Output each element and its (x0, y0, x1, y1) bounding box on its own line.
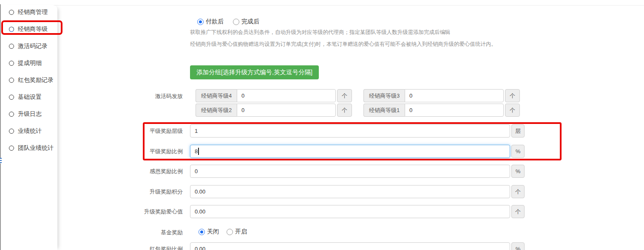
circle-icon (9, 27, 14, 32)
circle-icon (9, 112, 14, 117)
upgrade-timing-radio-group: 付款后 完成后 (197, 18, 259, 25)
radio-unselected-icon (233, 19, 239, 25)
radio-label: 付款后 (206, 18, 224, 25)
peer-ratio-input-wrap (190, 145, 510, 158)
sidebar-item-label: 激活码记录 (18, 42, 48, 50)
radio-after-completion[interactable]: 完成后 (233, 18, 259, 25)
activation-level3-input[interactable] (405, 89, 504, 102)
unit-addon-ge: 个 (337, 104, 352, 117)
sidebar-item-label: 升级日志 (18, 110, 42, 118)
thanks-ratio-input[interactable] (190, 165, 510, 178)
peer-level-input[interactable] (190, 124, 510, 138)
redpacket-ratio-input[interactable] (190, 242, 510, 250)
sidebar-item-team-performance-stats[interactable]: 团队业绩统计 (1, 140, 57, 157)
circle-icon (9, 78, 14, 83)
sidebar-item-performance-stats[interactable]: 业绩统计 (1, 123, 57, 140)
unit-addon-ceng: 层 (511, 124, 525, 138)
circle-icon (9, 95, 14, 100)
radio-unselected-icon (227, 229, 233, 235)
fund-reward-radio-group: 关闭 开启 (199, 228, 247, 236)
field-label-peer-level: 平级奖励层级 (85, 127, 183, 135)
upgrade-points-input[interactable] (190, 185, 510, 198)
upgrade-help-line-2: 经销商升级与爱心值购物赠送均设置为订单完成(支付)时，本笔订单赠送的爱心值有可能… (190, 41, 496, 48)
upgrade-help-line-1: 获取推广下线权利的会员达到条件，自动升级为对应等级的代理商；指定某团队等级人数升… (190, 29, 451, 36)
unit-addon-percent: % (511, 145, 525, 158)
field-label-peer-ratio: 平级奖励比例 (85, 148, 183, 155)
input-prefix-level2: 经销商等级2 (196, 104, 237, 117)
input-prefix-level4: 经销商等级4 (196, 89, 237, 102)
radio-label: 开启 (235, 228, 247, 236)
radio-label: 完成后 (241, 18, 259, 25)
input-prefix-level1: 经销商等级1 (363, 104, 405, 117)
unit-addon-ge: 个 (505, 104, 520, 117)
sidebar-item-redpacket-reward-records[interactable]: 红包奖励记录 (1, 72, 57, 89)
activation-group-level3: 经销商等级3 (363, 89, 504, 102)
sidebar-item-commission-detail[interactable]: 提成明细 (1, 55, 57, 72)
activation-level1-input[interactable] (405, 104, 504, 117)
unit-addon-percent: % (511, 242, 525, 250)
sidebar-item-basic-settings[interactable]: 基础设置 (1, 89, 57, 106)
activation-group-level1: 经销商等级1 (363, 104, 504, 117)
circle-icon (9, 44, 14, 49)
circle-icon (9, 146, 14, 151)
input-prefix-level3: 经销商等级3 (363, 89, 405, 102)
activation-level4-input[interactable] (237, 89, 336, 102)
sidebar-item-label: 经销商等级 (18, 25, 48, 33)
activation-group-level4: 经销商等级4 (196, 89, 336, 102)
sidebar-item-activation-code-records[interactable]: 激活码记录 (1, 38, 57, 55)
sidebar-item-label: 经销商管理 (18, 8, 48, 16)
field-label-upgrade-love: 升级奖励爱心值 (85, 208, 183, 216)
sidebar-item-dealer-management[interactable]: 经销商管理 (1, 4, 57, 21)
unit-addon-ge: 个 (511, 185, 525, 198)
radio-fund-off[interactable]: 关闭 (199, 228, 219, 236)
radio-selected-icon (197, 19, 204, 25)
add-group-button[interactable]: 添加分组[选择升级方式编号,英文逗号分隔] (190, 65, 319, 79)
radio-fund-on[interactable]: 开启 (227, 228, 247, 236)
field-label-thanks-ratio: 感恩奖励比例 (85, 168, 183, 175)
field-label-fund-reward: 基金奖励 (85, 229, 183, 236)
text-caret (198, 148, 199, 155)
peer-ratio-input[interactable] (190, 145, 510, 158)
circle-icon (9, 61, 14, 66)
activation-group-level2: 经销商等级2 (196, 104, 336, 117)
radio-label: 关闭 (207, 228, 219, 236)
sidebar-item-label: 团队业绩统计 (18, 144, 54, 152)
unit-addon-percent: % (511, 165, 525, 178)
sidebar-item-label: 提成明细 (18, 59, 42, 67)
radio-selected-icon (199, 229, 205, 235)
sidebar-menu: 经销商管理 经销商等级 激活码记录 提成明细 红包奖励记录 基础设置 (1, 4, 57, 157)
field-label-activation-codes: 激活码发放 (85, 93, 183, 100)
content-top-divider (48, 5, 644, 6)
sidebar-item-label: 基础设置 (18, 93, 42, 101)
radio-after-payment[interactable]: 付款后 (197, 18, 224, 25)
sidebar-item-label: 业绩统计 (18, 127, 42, 135)
field-label-upgrade-points: 升级奖励积分 (85, 188, 183, 196)
field-label-redpacket-ratio: 红包奖励比例 (85, 245, 183, 250)
unit-addon-ge: 个 (337, 89, 352, 102)
sidebar-item-upgrade-log[interactable]: 升级日志 (1, 106, 57, 123)
upgrade-love-input[interactable] (190, 205, 510, 218)
unit-addon-ge: 个 (505, 89, 520, 102)
circle-icon (9, 129, 14, 134)
clipped-menu-icon[interactable] (0, 158, 2, 163)
sidebar-item-label: 红包奖励记录 (18, 76, 54, 84)
sidebar-item-dealer-level[interactable]: 经销商等级 (1, 21, 57, 38)
sidebar: 经销商管理 经销商等级 激活码记录 提成明细 红包奖励记录 基础设置 (1, 5, 57, 250)
unit-addon-ge: 个 (511, 205, 525, 218)
circle-icon (9, 10, 14, 15)
dealer-level-settings-page: 经销商管理 经销商等级 激活码记录 提成明细 红包奖励记录 基础设置 (0, 0, 644, 250)
activation-level2-input[interactable] (237, 104, 336, 117)
